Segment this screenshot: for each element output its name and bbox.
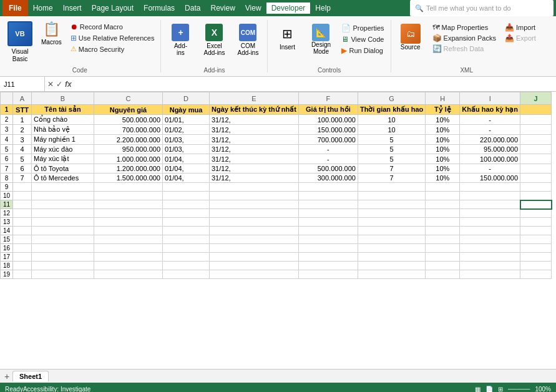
- cell-f8[interactable]: 300.000.000: [298, 174, 358, 183]
- cell-e2[interactable]: 31/12,: [210, 115, 299, 125]
- cell-f2[interactable]: 100.000.000: [298, 115, 358, 125]
- cell-d4[interactable]: 01/03,: [163, 135, 210, 145]
- design-mode-button[interactable]: 📐 DesignMode: [305, 21, 336, 57]
- cell-i9[interactable]: [460, 183, 520, 192]
- header-thoi-gian[interactable]: Thời gian khấu hao: [358, 105, 425, 115]
- menu-page-layout[interactable]: Page Layout: [87, 2, 139, 14]
- cell-e5[interactable]: 31/12,: [210, 145, 299, 154]
- cell-h5[interactable]: 10%: [426, 145, 460, 154]
- cell-i6[interactable]: 100.000.000: [460, 154, 520, 164]
- cell-j6[interactable]: [520, 154, 552, 164]
- header-j[interactable]: [520, 105, 552, 115]
- cell-a6[interactable]: 5: [13, 154, 32, 164]
- cell-h3[interactable]: 10%: [426, 125, 460, 135]
- cell-d9[interactable]: [163, 183, 210, 192]
- menu-review[interactable]: Review: [205, 2, 240, 14]
- cell-g9[interactable]: [358, 183, 425, 192]
- view-code-button[interactable]: 🖥 View Code: [339, 34, 386, 45]
- cell-b4[interactable]: Máy nghiền 1: [32, 135, 94, 145]
- header-stt[interactable]: STT: [13, 105, 32, 115]
- insert-function-icon[interactable]: fx: [65, 80, 72, 89]
- cell-j5[interactable]: [520, 145, 552, 154]
- cell-a3[interactable]: 2: [13, 125, 32, 135]
- import-button[interactable]: 📥 Import: [502, 22, 539, 32]
- cell-g8[interactable]: 7: [358, 174, 425, 183]
- refresh-data-button[interactable]: 🔄 Refresh Data: [430, 44, 499, 54]
- source-button[interactable]: 🗂 Source: [395, 21, 426, 53]
- cell-j2[interactable]: [520, 115, 552, 125]
- menu-developer[interactable]: Developer: [266, 2, 311, 14]
- cell-g3[interactable]: 10: [358, 125, 425, 135]
- col-header-G[interactable]: G: [358, 92, 425, 105]
- cell-f6[interactable]: -: [298, 154, 358, 164]
- menu-help[interactable]: Help: [310, 2, 336, 14]
- cell-a8[interactable]: 7: [13, 174, 32, 183]
- menu-view[interactable]: View: [240, 2, 266, 14]
- cell-c9[interactable]: [94, 183, 163, 192]
- cell-e6[interactable]: 31/12,: [210, 154, 299, 164]
- view-normal-icon[interactable]: ▦: [475, 386, 480, 393]
- cell-c4[interactable]: 2.200.000.000: [94, 135, 163, 145]
- cell-j9[interactable]: [520, 183, 552, 192]
- cell-d5[interactable]: 01/03,: [163, 145, 210, 154]
- cell-g6[interactable]: 5: [358, 154, 425, 164]
- cell-b7[interactable]: Ô tô Toyota: [32, 164, 94, 174]
- cancel-formula-icon[interactable]: ✕: [47, 80, 54, 89]
- cell-f4[interactable]: 700.000.000: [298, 135, 358, 145]
- excel-add-ins-button[interactable]: X ExcelAdd-ins: [198, 21, 230, 59]
- col-header-F[interactable]: F: [298, 92, 358, 105]
- cell-h4[interactable]: 10%: [426, 135, 460, 145]
- cell-c5[interactable]: 950.000.000: [94, 145, 163, 154]
- cell-e4[interactable]: 31/12,: [210, 135, 299, 145]
- cell-d3[interactable]: 01/02,: [163, 125, 210, 135]
- cell-c7[interactable]: 1.200.000.000: [94, 164, 163, 174]
- selected-cell-j11[interactable]: [520, 200, 552, 209]
- cell-i4[interactable]: 220.000.000: [460, 135, 520, 145]
- cell-i8[interactable]: 150.000.000: [460, 174, 520, 183]
- cell-h2[interactable]: 10%: [426, 115, 460, 125]
- cell-b5[interactable]: Máy xúc đào: [32, 145, 94, 154]
- cell-b9[interactable]: [32, 183, 94, 192]
- cell-c8[interactable]: 1.500.000.000: [94, 174, 163, 183]
- confirm-formula-icon[interactable]: ✓: [56, 80, 62, 89]
- macro-security-button[interactable]: ⚠ Macro Security: [68, 44, 157, 54]
- cell-a9[interactable]: [13, 183, 32, 192]
- col-header-H[interactable]: H: [426, 92, 460, 105]
- cell-g5[interactable]: 5: [358, 145, 425, 154]
- export-button[interactable]: 📤 Export: [502, 33, 539, 43]
- record-macro-button[interactable]: ⏺ Record Macro: [68, 21, 157, 32]
- cell-g2[interactable]: 10: [358, 115, 425, 125]
- cell-a5[interactable]: 4: [13, 145, 32, 154]
- col-header-E[interactable]: E: [210, 92, 299, 105]
- cell-g7[interactable]: 7: [358, 164, 425, 174]
- cell-b3[interactable]: Nhà bảo vệ: [32, 125, 94, 135]
- view-layout-icon[interactable]: 📄: [485, 386, 493, 393]
- view-page-break-icon[interactable]: ⊞: [498, 386, 503, 393]
- cell-f9[interactable]: [298, 183, 358, 192]
- cell-a7[interactable]: 6: [13, 164, 32, 174]
- header-ngay-mua[interactable]: Ngày mua: [163, 105, 210, 115]
- cell-d8[interactable]: 01/04,: [163, 174, 210, 183]
- sheet-tab-1[interactable]: Sheet1: [12, 371, 49, 381]
- col-header-B[interactable]: B: [32, 92, 94, 105]
- col-header-D[interactable]: D: [163, 92, 210, 105]
- cell-b2[interactable]: Cổng chào: [32, 115, 94, 125]
- cell-d6[interactable]: 01/04,: [163, 154, 210, 164]
- visual-basic-button[interactable]: VB VisualBasic: [2, 19, 37, 66]
- menu-formulas[interactable]: Formulas: [139, 2, 180, 14]
- cell-e8[interactable]: 31/12,: [210, 174, 299, 183]
- cell-i2[interactable]: -: [460, 115, 520, 125]
- cell-i3[interactable]: -: [460, 125, 520, 135]
- cell-a4[interactable]: 3: [13, 135, 32, 145]
- cell-g4[interactable]: 5: [358, 135, 425, 145]
- cell-e3[interactable]: 31/12,: [210, 125, 299, 135]
- cell-d2[interactable]: 01/01,: [163, 115, 210, 125]
- cell-j3[interactable]: [520, 125, 552, 135]
- macros-button[interactable]: 📋 Macros: [37, 19, 66, 48]
- add-ins-button[interactable]: + Add-ins: [165, 21, 196, 59]
- menu-home[interactable]: Home: [28, 2, 58, 14]
- col-header-C[interactable]: C: [94, 92, 163, 105]
- cell-j8[interactable]: [520, 174, 552, 183]
- insert-controls-button[interactable]: ⊞ Insert: [271, 21, 303, 53]
- header-ten-tai-san[interactable]: Tên tài sản: [32, 105, 94, 115]
